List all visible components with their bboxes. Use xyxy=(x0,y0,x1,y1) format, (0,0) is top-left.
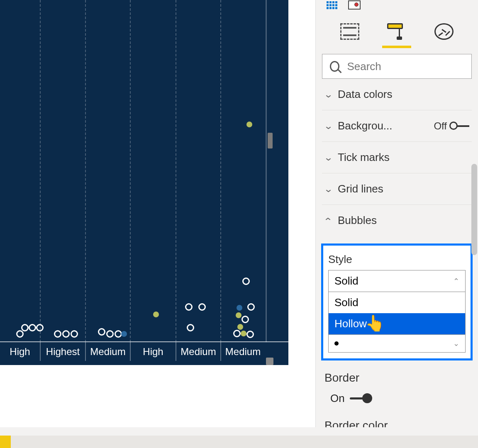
data-point[interactable] xyxy=(36,324,44,331)
page-tab-indicator[interactable] xyxy=(0,436,11,448)
chevron-down-icon: ⌄ xyxy=(324,184,333,195)
data-point[interactable] xyxy=(21,324,29,331)
data-point[interactable] xyxy=(237,305,242,311)
style-dropdown-block: Style Solid ⌃ Solid Hollow 👆 ⌄ xyxy=(321,243,473,360)
x-label: Medium xyxy=(176,342,220,361)
resize-handle-corner[interactable] xyxy=(266,358,273,365)
x-label: High xyxy=(0,342,40,361)
toggle-label: On xyxy=(330,392,345,405)
data-point[interactable] xyxy=(29,324,36,331)
data-point[interactable] xyxy=(236,312,241,318)
analytics-tab[interactable] xyxy=(429,23,458,48)
cursor-icon: 👆 xyxy=(365,314,385,332)
data-point[interactable] xyxy=(233,330,241,337)
section-grid-lines[interactable]: ⌄ Grid lines xyxy=(322,173,472,205)
x-label: Medium xyxy=(85,342,130,361)
data-point[interactable] xyxy=(246,331,254,338)
panel-scrollbar[interactable] xyxy=(471,164,477,255)
data-point[interactable] xyxy=(106,330,114,338)
data-point[interactable] xyxy=(153,312,159,317)
border-color-label: Border color xyxy=(324,419,472,427)
toggle-label: Off xyxy=(434,120,447,132)
data-point[interactable] xyxy=(16,330,24,338)
data-point[interactable] xyxy=(237,324,243,330)
chart-canvas[interactable]: HighHighestMediumHighMediumMedium xyxy=(0,0,288,365)
data-point[interactable] xyxy=(247,303,255,311)
format-panel: ⌄ Data colors ⌄ Backgrou... Off ⌄ Tick m… xyxy=(315,0,478,427)
section-label: Tick marks xyxy=(338,151,469,164)
dropdown-option-hollow[interactable]: Hollow 👆 xyxy=(329,313,465,334)
style-dropdown[interactable]: Solid ⌃ Solid Hollow 👆 ⌄ xyxy=(328,270,466,353)
chevron-down-icon: ⌄ xyxy=(324,121,333,131)
data-point[interactable] xyxy=(241,331,246,336)
x-axis-labels: HighHighestMediumHighMediumMedium xyxy=(0,342,288,361)
layers-icon[interactable] xyxy=(347,0,362,10)
dropdown-selected[interactable]: Solid ⌃ xyxy=(329,270,465,292)
section-label: Grid lines xyxy=(338,183,469,195)
data-point[interactable] xyxy=(241,316,249,323)
chevron-down-icon: ⌄ xyxy=(324,89,333,100)
section-data-colors[interactable]: ⌄ Data colors xyxy=(322,79,472,110)
dot-icon xyxy=(334,341,339,346)
format-tab[interactable] xyxy=(382,23,411,48)
data-point[interactable] xyxy=(54,330,61,338)
border-toggle[interactable]: On xyxy=(330,392,469,405)
section-label: Backgrou... xyxy=(338,119,428,132)
data-point[interactable] xyxy=(246,122,252,127)
dropdown-selected-text: Solid xyxy=(334,275,358,287)
data-point[interactable] xyxy=(242,278,250,285)
section-label: Bubbles xyxy=(338,214,469,227)
resize-handle[interactable] xyxy=(268,133,273,149)
data-point[interactable] xyxy=(62,330,70,338)
dropdown-option-solid[interactable]: Solid xyxy=(329,292,465,313)
section-tick-marks[interactable]: ⌄ Tick marks xyxy=(322,142,472,173)
data-point[interactable] xyxy=(98,328,105,336)
section-background[interactable]: ⌄ Backgrou... Off xyxy=(322,110,472,142)
border-label: Border xyxy=(324,371,469,385)
data-point[interactable] xyxy=(71,330,78,338)
bottom-bar xyxy=(0,436,478,448)
chevron-up-icon: ⌄ xyxy=(324,215,333,226)
chart-area: HighHighestMediumHighMediumMedium xyxy=(0,0,315,427)
chevron-down-icon: ⌄ xyxy=(324,152,333,163)
grid-view-icon[interactable] xyxy=(324,0,339,10)
search-icon xyxy=(330,61,339,72)
data-point[interactable] xyxy=(185,303,193,311)
section-label: Data colors xyxy=(338,88,469,101)
search-box[interactable] xyxy=(322,54,472,79)
section-bubbles[interactable]: ⌄ Bubbles xyxy=(322,205,472,236)
x-label: Medium xyxy=(220,342,265,361)
data-point[interactable] xyxy=(198,303,206,311)
data-point[interactable] xyxy=(187,324,194,331)
fields-tab[interactable] xyxy=(335,23,364,48)
chevron-down-icon: ⌄ xyxy=(453,339,459,348)
data-point[interactable] xyxy=(121,331,127,337)
dropdown-option-symbol[interactable]: ⌄ xyxy=(329,334,465,352)
option-text: Hollow xyxy=(334,317,367,330)
background-toggle[interactable]: Off xyxy=(434,120,469,132)
x-label: High xyxy=(130,342,176,361)
chevron-up-icon: ⌃ xyxy=(453,277,459,286)
x-label: Highest xyxy=(40,342,85,361)
search-input[interactable] xyxy=(347,60,464,73)
style-label: Style xyxy=(328,253,466,266)
